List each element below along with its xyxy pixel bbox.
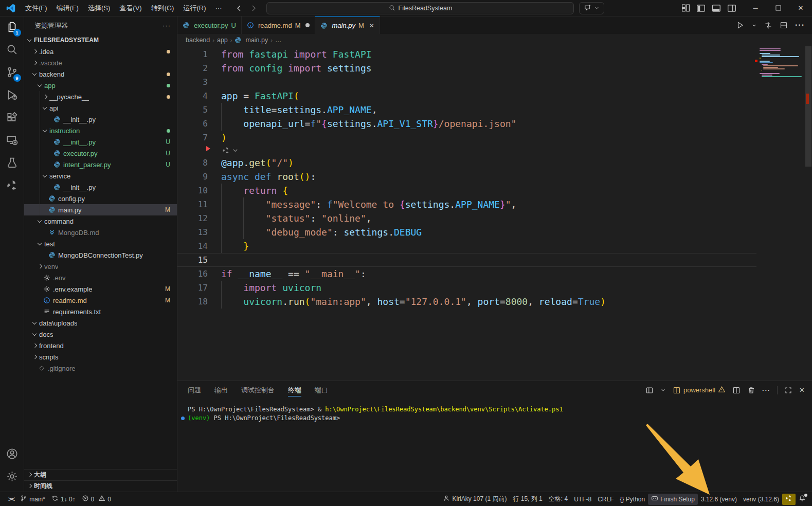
finish-setup[interactable]: Finish Setup bbox=[648, 494, 698, 505]
tree-item-venv[interactable]: venv bbox=[24, 261, 177, 272]
toggle-secondary-sidebar-icon[interactable] bbox=[727, 3, 737, 13]
tree-item-config-py[interactable]: config.py bbox=[24, 193, 177, 204]
terminal-output[interactable]: PS H:\OwnProject\FilesReadSysteam> & h:\… bbox=[177, 399, 812, 492]
activitybar-run-and-debug[interactable] bbox=[0, 84, 24, 107]
tree-item--vscode[interactable]: .vscode bbox=[24, 57, 177, 68]
tree-item-backend[interactable]: backend bbox=[24, 68, 177, 80]
ai-assistant-icon[interactable] bbox=[222, 147, 239, 154]
forward-icon[interactable] bbox=[248, 3, 259, 14]
tree-item-executor-py[interactable]: executor.pyU bbox=[24, 148, 177, 159]
tree-item-readme-md[interactable]: readme.mdM bbox=[24, 295, 177, 306]
panel-tab-output[interactable]: 输出 bbox=[214, 381, 228, 399]
menu-more[interactable]: ··· bbox=[210, 3, 226, 13]
maximize-panel-icon[interactable] bbox=[784, 386, 792, 394]
git-branch[interactable]: main* bbox=[17, 494, 48, 505]
breadcrumb-item[interactable]: backend bbox=[186, 37, 210, 44]
sidebar-section-timeline[interactable]: 时间线 bbox=[24, 480, 177, 492]
run-python-file-icon[interactable] bbox=[736, 21, 744, 29]
editor-tab-readme-md[interactable]: readme.mdM bbox=[242, 16, 316, 34]
gitlens-blame[interactable]: KiriAky 107 (1 周前) bbox=[440, 494, 510, 505]
sidebar-section-outline[interactable]: 大纲 bbox=[24, 469, 177, 480]
command-decoration-dot[interactable] bbox=[181, 417, 185, 420]
code-editor[interactable]: 1from fastapi import FastAPI2from config… bbox=[177, 46, 812, 381]
command-center-search[interactable]: FilesReadSysteam bbox=[266, 2, 574, 14]
activitybar-accounts[interactable] bbox=[0, 443, 24, 466]
menu-选择[interactable]: 选择(S) bbox=[83, 3, 115, 13]
tree-item-app[interactable]: app bbox=[24, 80, 177, 91]
menu-编辑[interactable]: 编辑(E) bbox=[52, 3, 83, 13]
panel-tab-problems[interactable]: 问题 bbox=[188, 381, 201, 399]
inline-ai-widget[interactable] bbox=[177, 144, 812, 156]
editor-tab-main-py[interactable]: main.pyM✕ bbox=[315, 16, 380, 34]
menu-查看[interactable]: 查看(V) bbox=[115, 3, 146, 13]
panel-tab-debug-console[interactable]: 调试控制台 bbox=[241, 381, 275, 399]
tree-item-service[interactable]: service bbox=[24, 170, 177, 182]
tree-item--gitignore[interactable]: .gitignore bbox=[24, 363, 177, 374]
tree-item-__init__-py[interactable]: __init__.pyU bbox=[24, 136, 177, 148]
run-dropdown-icon[interactable] bbox=[751, 23, 757, 28]
tree-item-test[interactable]: test bbox=[24, 238, 177, 249]
customize-layout-icon[interactable] bbox=[680, 3, 691, 13]
tree-root-folder[interactable]: FILESREADSYSTEAM bbox=[24, 34, 177, 46]
tree-item-intent_parser-py[interactable]: intent_parser.pyU bbox=[24, 159, 177, 170]
maximize-button[interactable] bbox=[767, 0, 789, 16]
close-tab-icon[interactable]: ✕ bbox=[369, 22, 374, 29]
tree-item-instruction[interactable]: instruction bbox=[24, 125, 177, 136]
git-sync[interactable]: 1↓ 0↑ bbox=[48, 494, 79, 505]
tree-item-docs[interactable]: docs bbox=[24, 329, 177, 340]
activitybar-settings[interactable] bbox=[0, 466, 24, 489]
python-env[interactable]: venv (3.12.6) bbox=[740, 494, 782, 505]
tree-item--env[interactable]: .env bbox=[24, 272, 177, 283]
tree-item-__init__-py[interactable]: __init__.py bbox=[24, 114, 177, 125]
cursor-position[interactable]: 行 15, 列 1 bbox=[510, 494, 545, 505]
tree-item-frontend[interactable]: frontend bbox=[24, 340, 177, 351]
toggle-sidebar-icon[interactable] bbox=[696, 3, 706, 13]
back-icon[interactable] bbox=[233, 3, 245, 14]
activitybar-extensions[interactable] bbox=[0, 107, 24, 130]
breadcrumb-item[interactable]: … bbox=[275, 37, 282, 44]
tree-item--idea[interactable]: .idea bbox=[24, 46, 177, 57]
editor-tab-executor-py[interactable]: executor.pyU bbox=[177, 16, 242, 34]
activitybar-source-control[interactable]: 9 bbox=[0, 62, 24, 84]
activitybar-search[interactable] bbox=[0, 39, 24, 62]
tree-item--env-example[interactable]: .env.exampleM bbox=[24, 283, 177, 295]
copilot-menu[interactable] bbox=[579, 2, 604, 14]
activitybar-remote-explorer[interactable] bbox=[0, 130, 24, 152]
activitybar-explorer[interactable]: 1 bbox=[0, 16, 24, 39]
breadcrumb-item[interactable]: main.py bbox=[245, 37, 268, 44]
open-changes-icon[interactable] bbox=[764, 21, 772, 29]
terminal-tab-powershell[interactable]: powershell bbox=[673, 386, 726, 395]
terminal-dropdown-icon[interactable] bbox=[660, 387, 666, 393]
breadcrumb-item[interactable]: app bbox=[217, 37, 228, 44]
menu-运行[interactable]: 运行(R) bbox=[178, 3, 210, 13]
kill-terminal-icon[interactable] bbox=[747, 386, 755, 394]
tree-item-MongoDBConnectionTest-py[interactable]: MongoDBConnectionTest.py bbox=[24, 249, 177, 261]
remote-indicator[interactable]: >< bbox=[5, 494, 17, 505]
panel-more-actions-icon[interactable]: ··· bbox=[762, 386, 770, 394]
menu-文件[interactable]: 文件(F) bbox=[21, 3, 52, 13]
editor-scrollbar[interactable] bbox=[805, 46, 812, 381]
split-editor-icon[interactable] bbox=[780, 21, 788, 29]
new-terminal-icon[interactable] bbox=[645, 386, 654, 394]
bell-status[interactable] bbox=[796, 494, 809, 505]
indentation[interactable]: 空格: 4 bbox=[546, 494, 571, 505]
panel-tab-ports[interactable]: 端口 bbox=[315, 381, 328, 399]
panel-tab-terminal[interactable]: 终端 bbox=[288, 381, 301, 399]
tree-item-command[interactable]: command bbox=[24, 215, 177, 227]
language-mode[interactable]: {} Python bbox=[617, 494, 648, 505]
tree-item-api[interactable]: api bbox=[24, 102, 177, 114]
explorer-more-actions-icon[interactable]: ··· bbox=[163, 22, 171, 29]
tree-item-scripts[interactable]: scripts bbox=[24, 351, 177, 363]
close-window-button[interactable]: ✕ bbox=[789, 0, 812, 16]
eol[interactable]: CRLF bbox=[594, 494, 617, 505]
activitybar-ai-assistant[interactable] bbox=[0, 175, 24, 197]
menu-转到[interactable]: 转到(G) bbox=[147, 3, 179, 13]
claw-status[interactable] bbox=[782, 494, 796, 505]
tree-item-__pycache__[interactable]: __pycache__ bbox=[24, 91, 177, 102]
tree-item-MongoDB-md[interactable]: MongoDB.md bbox=[24, 227, 177, 238]
tree-item-main-py[interactable]: main.pyM bbox=[24, 204, 177, 215]
python-interpreter[interactable]: 3.12.6 (venv) bbox=[698, 494, 740, 505]
more-actions-icon[interactable]: ··· bbox=[795, 21, 805, 30]
toggle-panel-icon[interactable] bbox=[711, 3, 721, 13]
scrollbar-thumb[interactable] bbox=[805, 46, 811, 167]
